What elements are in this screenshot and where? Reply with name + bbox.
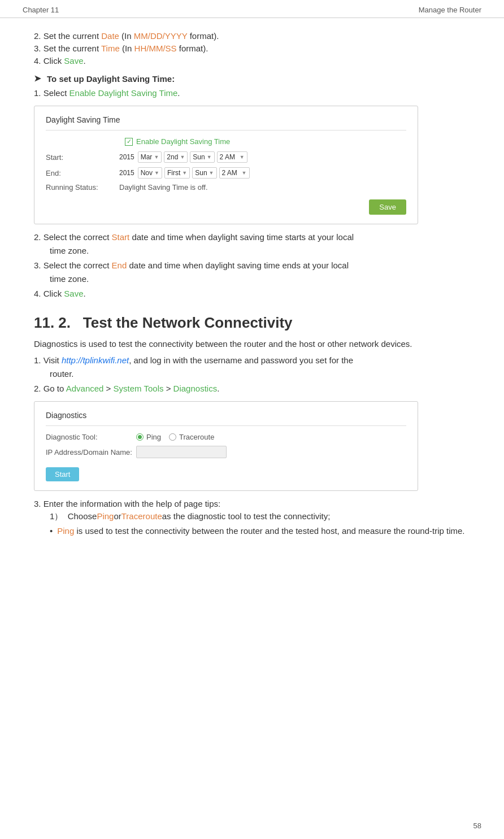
daylight-step1: 1. Select Enable Daylight Saving Time. (34, 88, 470, 98)
chevron-down-icon: ▼ (180, 154, 185, 160)
dst-running-value: Daylight Saving Time is off. (119, 183, 208, 192)
tplink-link[interactable]: http://tplinkwifi.net (62, 355, 129, 365)
substep1-ping-link: Ping (97, 511, 114, 521)
step3-before: 3. Set the current (34, 44, 101, 53)
dst-end-week-select[interactable]: First ▼ (164, 167, 190, 179)
bullet-icon: • (50, 524, 53, 538)
daylight-section-heading: ➤ To set up Daylight Saving Time: (34, 73, 470, 84)
ping-radio-item[interactable]: Ping (136, 433, 161, 441)
diag-box-title: Diagnostics (46, 411, 406, 426)
chevron-down-icon: ▼ (242, 170, 247, 176)
section-label: Manage the Router (419, 6, 481, 14)
dst-end-time-value: 2 AM (222, 169, 237, 177)
section-11-2-title: 11. 2. Test the Network Connectivity (34, 314, 470, 332)
enable-dst-link: Enable Daylight Saving Time (69, 88, 178, 98)
dst-start-time-select[interactable]: 2 AM ▼ (217, 151, 247, 163)
dst-checkbox-label: Enable Daylight Saving Time (136, 137, 230, 146)
dst-box-title: Daylight Saving Time (46, 115, 406, 131)
diag-tool-label: Diagnostic Tool: (46, 433, 136, 441)
bullet-ping: • Ping is used to test the connectivity … (50, 524, 470, 538)
diag-radio-group: Ping Traceroute (136, 433, 214, 441)
step3-time-link: Time (101, 44, 120, 53)
dst-save-link: Save (64, 289, 83, 298)
dst-end-day-value: Sun (195, 169, 207, 177)
chevron-down-icon: ▼ (182, 170, 187, 176)
dst-end-label: End: (46, 169, 119, 177)
dst-start-label: Start: (46, 153, 119, 162)
dst-end-time-select[interactable]: 2 AM ▼ (219, 167, 250, 179)
diag-ip-label: IP Address/Domain Name: (46, 448, 136, 457)
diag-start-row: Start (46, 464, 406, 481)
dst-end-day-select[interactable]: Sun ▼ (192, 167, 216, 179)
dst-start-link: Start (112, 232, 130, 242)
daylight-step3: 3. Select the correct End date and time … (34, 260, 470, 286)
substep1-traceroute-link: Traceroute (121, 511, 162, 521)
daylight-saving-time-box: Daylight Saving Time ✓ Enable Daylight S… (34, 106, 418, 224)
dst-start-year: 2015 (119, 153, 134, 161)
step4-before: 4. Click (34, 56, 64, 66)
ping-radio-button[interactable] (136, 433, 144, 441)
daylight-step2: 2. Select the correct Start date and tim… (34, 232, 470, 258)
traceroute-radio-item[interactable]: Traceroute (169, 433, 214, 441)
bullet-ping-text: Ping is used to test the connectivity be… (57, 524, 464, 538)
system-tools-link: System Tools (114, 384, 164, 393)
ping-radio-label: Ping (146, 433, 161, 441)
chevron-down-icon: ▼ (154, 170, 159, 176)
dst-running-label: Running Status: (46, 183, 119, 192)
sec2-step3: 3. Enter the information with the help o… (34, 499, 470, 508)
step3-format-link: HH/MM/SS (134, 44, 177, 53)
sec2-step2: 2. Go to Advanced > System Tools > Diagn… (34, 384, 470, 393)
page-content: 2. Set the current Date (In MM/DD/YYYY f… (0, 18, 504, 563)
step-2: 2. Set the current Date (In MM/DD/YYYY f… (34, 31, 470, 41)
dst-end-month-value: Nov (141, 169, 153, 177)
diagnostics-link: Diagnostics (173, 384, 218, 393)
dst-end-week-value: First (167, 169, 180, 177)
diag-start-button[interactable]: Start (46, 467, 79, 481)
bullet-ping-link: Ping (57, 526, 74, 536)
dst-end-month-select[interactable]: Nov ▼ (138, 167, 162, 179)
step-4: 4. Click Save. (34, 56, 470, 66)
step2-before: 2. Set the current (34, 31, 101, 41)
chevron-down-icon: ▼ (209, 170, 214, 176)
advanced-link: Advanced (66, 384, 104, 393)
dst-running-row: Running Status: Daylight Saving Time is … (46, 183, 406, 192)
page-header: Chapter 11 Manage the Router (0, 0, 504, 18)
chevron-down-icon: ▼ (207, 154, 212, 160)
dst-start-month-value: Mar (141, 153, 153, 161)
dst-checkbox-row[interactable]: ✓ Enable Daylight Saving Time (125, 137, 406, 146)
traceroute-radio-label: Traceroute (179, 433, 214, 441)
diag-ip-input[interactable] (136, 446, 227, 458)
dst-end-year: 2015 (119, 169, 134, 177)
substep1: 1） Choose Ping or Traceroute as the diag… (50, 511, 470, 522)
dst-save-button[interactable]: Save (369, 199, 406, 215)
dst-start-day-value: Sun (193, 153, 205, 161)
section-number: 11. 2. (34, 314, 71, 331)
step2-date-link: Date (101, 31, 119, 41)
dst-start-month-select[interactable]: Mar ▼ (138, 151, 162, 163)
chevron-down-icon: ▼ (154, 154, 159, 160)
dst-start-day-select[interactable]: Sun ▼ (190, 151, 214, 163)
dst-end-row: End: 2015 Nov ▼ First ▼ Sun ▼ 2 AM ▼ (46, 167, 406, 179)
arrow-icon: ➤ (34, 73, 41, 84)
dst-start-time-value: 2 AM (220, 153, 235, 161)
dst-step3-indent: time zone. (50, 272, 470, 286)
step2-format-link: MM/DD/YYYY (134, 31, 188, 41)
dst-step2-indent: time zone. (50, 244, 470, 258)
section-title-text: Test the Network Connectivity (83, 314, 293, 331)
dst-start-row: Start: 2015 Mar ▼ 2nd ▼ Sun ▼ 2 AM ▼ (46, 151, 406, 163)
step-3: 3. Set the current Time (In HH/MM/SS for… (34, 44, 470, 53)
dst-checkbox[interactable]: ✓ (125, 138, 133, 146)
dst-start-week-value: 2nd (167, 153, 178, 161)
page-number: 58 (473, 821, 481, 830)
section-11-2-body: Diagnostics is used to test the connecti… (34, 337, 470, 351)
sec2-step1-indent: router. (50, 367, 470, 381)
dst-start-week-select[interactable]: 2nd ▼ (164, 151, 188, 163)
step4-save-link: Save (64, 56, 83, 66)
sec2-step1: 1. Visit http://tplinkwifi.net, and log … (34, 355, 470, 381)
substep1-num: 1） (50, 511, 63, 522)
daylight-step4: 4. Click Save. (34, 289, 470, 298)
daylight-heading-text: To set up Daylight Saving Time: (47, 74, 175, 84)
diagnostics-box: Diagnostics Diagnostic Tool: Ping Tracer… (34, 401, 418, 491)
traceroute-radio-button[interactable] (169, 433, 176, 441)
sec2-step3-text: 3. Enter the information with the help o… (34, 499, 220, 508)
